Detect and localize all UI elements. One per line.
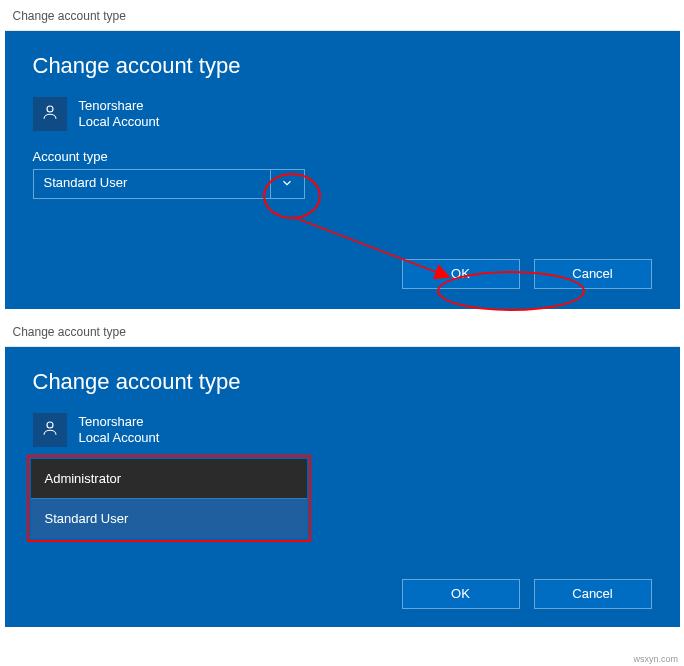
ok-button[interactable]: OK — [402, 579, 520, 609]
titlebar: Change account type — [5, 5, 680, 31]
content-bottom: Change account type Tenorshare Local Acc… — [5, 347, 680, 627]
page-title: Change account type — [33, 369, 652, 395]
account-text: Tenorshare Local Account — [79, 414, 160, 447]
button-row: OK Cancel — [33, 259, 652, 289]
svg-point-2 — [47, 422, 53, 428]
chevron-down-icon — [280, 176, 294, 193]
window-title: Change account type — [13, 9, 126, 23]
account-text: Tenorshare Local Account — [79, 98, 160, 131]
account-type: Local Account — [79, 430, 160, 446]
user-icon — [41, 419, 59, 441]
content-top: Change account type Tenorshare Local Acc… — [5, 31, 680, 309]
cancel-button[interactable]: Cancel — [534, 579, 652, 609]
button-row: OK Cancel — [33, 579, 652, 609]
field-label: Account type — [33, 149, 652, 164]
account-summary: Tenorshare Local Account — [33, 413, 652, 447]
avatar — [33, 97, 67, 131]
window-bottom: Change account type Change account type … — [5, 321, 680, 627]
dropdown-arrow-button[interactable] — [270, 170, 304, 198]
ok-button[interactable]: OK — [402, 259, 520, 289]
window-title: Change account type — [13, 325, 126, 339]
account-type: Local Account — [79, 114, 160, 130]
user-icon — [41, 103, 59, 125]
avatar — [33, 413, 67, 447]
cancel-button[interactable]: Cancel — [534, 259, 652, 289]
svg-point-0 — [47, 106, 53, 112]
window-top: Change account type Change account type … — [5, 5, 680, 309]
account-name: Tenorshare — [79, 414, 160, 430]
account-type-dropdown[interactable]: Standard User — [33, 169, 305, 199]
dropdown-value: Standard User — [34, 170, 270, 198]
account-type-option-list: Administrator Standard User — [27, 455, 311, 542]
page-title: Change account type — [33, 53, 652, 79]
option-standard-user[interactable]: Standard User — [31, 498, 307, 538]
titlebar: Change account type — [5, 321, 680, 347]
account-summary: Tenorshare Local Account — [33, 97, 652, 131]
account-name: Tenorshare — [79, 98, 160, 114]
option-administrator[interactable]: Administrator — [31, 459, 307, 498]
